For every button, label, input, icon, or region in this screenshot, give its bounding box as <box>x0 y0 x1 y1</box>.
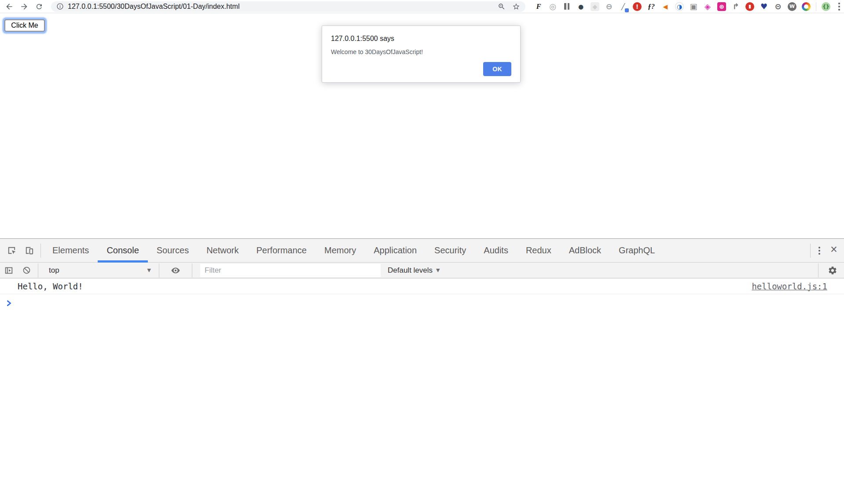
tabbar-divider <box>40 244 41 258</box>
console-prompt[interactable] <box>0 294 844 312</box>
blue-swirl-extension-icon[interactable]: ◑ <box>675 2 684 11</box>
reload-icon <box>35 3 43 11</box>
orbit-extension-icon[interactable]: ◎ <box>548 2 557 11</box>
corner-arrows-extension-icon[interactable]: ↱ <box>731 2 740 11</box>
console-filter-input[interactable] <box>200 264 381 277</box>
console-prompt-chevron-icon <box>6 300 12 307</box>
browser-menu-button[interactable] <box>835 1 844 12</box>
device-toolbar-icon <box>24 245 34 256</box>
console-message-text: Hello, World! <box>18 281 752 291</box>
bookmark-extension-icon[interactable]: ▮ <box>745 2 754 11</box>
devtools-tabbar: ElementsConsoleSourcesNetworkPerformance… <box>0 239 844 263</box>
tab-graphql[interactable]: GraphQL <box>610 239 664 263</box>
tab-performance[interactable]: Performance <box>248 239 316 263</box>
tabbar-divider-right <box>810 244 811 258</box>
tab-network[interactable]: Network <box>198 239 247 263</box>
back-icon <box>5 2 14 11</box>
ok-button[interactable]: OK <box>483 62 511 76</box>
inspect-icon <box>7 245 17 256</box>
camera-extension-icon[interactable]: ▣ <box>689 2 698 11</box>
gear-icon <box>828 266 837 275</box>
console-toolbar: top ▼ Default levels ▼ <box>0 263 844 278</box>
tab-console[interactable]: Console <box>98 239 147 263</box>
live-expression-button[interactable] <box>162 263 189 278</box>
clear-console-icon <box>22 266 31 275</box>
eyedropper-extension-icon-badge <box>625 8 629 12</box>
log-levels-dropdown[interactable]: Default levels ▼ <box>388 266 440 275</box>
alert-title: 127.0.0.1:5500 says <box>331 35 511 43</box>
theta-circle-extension-icon[interactable]: ⊝ <box>774 2 782 11</box>
url-text[interactable]: 127.0.0.1:5500/30DaysOfJavaScript/01-Day… <box>68 3 498 11</box>
devtools-menu-button[interactable] <box>815 245 824 256</box>
pink-gear-extension-icon[interactable]: ⊛ <box>717 2 726 11</box>
chevron-down-icon: ▼ <box>436 267 440 273</box>
w-circle-extension-icon[interactable]: W <box>788 2 796 11</box>
disabled-extension-icon[interactable]: ◆ <box>591 2 599 11</box>
address-bar[interactable]: 127.0.0.1:5500/30DaysOfJavaScript/01-Day… <box>51 1 525 12</box>
page-viewport: Click Me 127.0.0.1:5500 says Welcome to … <box>0 13 844 238</box>
back-button[interactable] <box>4 1 15 12</box>
click-me-button[interactable]: Click Me <box>4 19 45 32</box>
devtools-panel: ElementsConsoleSourcesNetworkPerformance… <box>0 238 844 504</box>
tab-audits[interactable]: Audits <box>475 239 517 263</box>
forward-icon <box>20 2 29 11</box>
context-selected-value: top <box>49 266 59 275</box>
dash-circle-extension-icon[interactable]: ⊖ <box>605 2 613 11</box>
console-sidebar-icon <box>4 266 14 275</box>
toolbar-divider-4 <box>818 263 818 278</box>
alert-actions: OK <box>331 62 511 76</box>
chevron-down-icon: ▼ <box>147 267 151 273</box>
toolbar-divider-2 <box>159 263 159 278</box>
javascript-alert-dialog: 127.0.0.1:5500 says Welcome to 30DaysOfJ… <box>322 26 521 83</box>
extensions-divider <box>816 2 816 11</box>
console-sidebar-button[interactable] <box>0 263 18 278</box>
log-levels-label: Default levels <box>388 266 433 275</box>
console-message-row: Hello, World! helloworld.js:1 <box>0 278 844 294</box>
font-swap-extension-icon[interactable]: F <box>534 2 543 11</box>
tab-memory[interactable]: Memory <box>316 239 365 263</box>
bookmark-star-icon[interactable] <box>512 3 520 11</box>
tab-application[interactable]: Application <box>365 239 426 263</box>
tab-sources[interactable]: Sources <box>148 239 198 263</box>
browser-toolbar: 127.0.0.1:5500/30DaysOfJavaScript/01-Day… <box>0 0 844 13</box>
toolbar-divider-3 <box>192 263 192 278</box>
console-source-link[interactable]: helloworld.js:1 <box>752 281 827 291</box>
json-viewer-extension-icon[interactable]: {} <box>822 2 830 11</box>
tab-security[interactable]: Security <box>426 239 475 263</box>
tab-redux[interactable]: Redux <box>517 239 560 263</box>
alert-message: Welcome to 30DaysOfJavaScript! <box>331 48 511 55</box>
tabbar-right-controls: × <box>807 244 844 258</box>
device-toolbar-button[interactable] <box>20 239 38 262</box>
eye-icon <box>170 265 181 276</box>
forward-button[interactable] <box>18 1 30 12</box>
execution-context-selector[interactable]: top ▼ <box>41 263 156 278</box>
graphql-atom-extension-icon[interactable]: ◈ <box>703 2 712 11</box>
clear-console-button[interactable] <box>18 263 35 278</box>
columns-extension-icon[interactable] <box>562 2 571 11</box>
bug-extension-icon[interactable]: ● <box>576 2 585 11</box>
color-ring-extension-icon[interactable] <box>802 2 811 11</box>
devtools-close-button[interactable]: × <box>824 244 844 257</box>
extensions-strip: F◎●◆⊖╱!ƒ?◀◑▣◈⊛↱▮♥⊝W{} <box>534 2 830 11</box>
zoom-icon[interactable] <box>498 3 506 11</box>
tab-elements[interactable]: Elements <box>44 239 98 263</box>
function-help-extension-icon[interactable]: ƒ? <box>647 2 656 11</box>
stop-hand-extension-icon[interactable]: ! <box>633 2 642 11</box>
console-output: Hello, World! helloworld.js:1 <box>0 278 844 312</box>
eyedropper-extension-icon[interactable]: ╱ <box>619 2 627 11</box>
settings-button[interactable] <box>821 263 844 278</box>
reload-button[interactable] <box>33 1 45 12</box>
page-info-icon[interactable] <box>56 3 64 10</box>
heart-search-extension-icon[interactable]: ♥ <box>760 2 768 11</box>
tab-adblock[interactable]: AdBlock <box>560 239 610 263</box>
devtools-tab-strip: ElementsConsoleSourcesNetworkPerformance… <box>44 239 664 263</box>
inspect-element-button[interactable] <box>3 239 20 262</box>
megaphone-extension-icon[interactable]: ◀ <box>661 2 670 11</box>
toolbar-divider-1 <box>38 263 38 278</box>
